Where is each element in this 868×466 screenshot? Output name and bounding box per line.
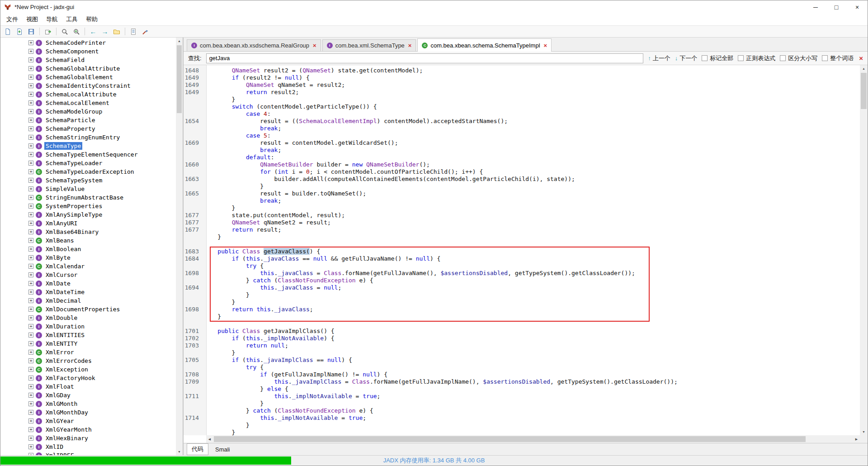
expand-icon[interactable]: + xyxy=(28,49,33,54)
checkbox-icon[interactable] xyxy=(702,55,708,61)
expand-icon[interactable]: + xyxy=(28,367,33,372)
code-line[interactable]: 1663 builder.addAll(computeAllContainedE… xyxy=(184,176,860,183)
tree-scrollbar[interactable]: ▲ ▼ xyxy=(176,38,183,455)
expand-icon[interactable]: + xyxy=(28,315,33,320)
expand-icon[interactable]: + xyxy=(28,384,33,389)
code-line[interactable]: try { xyxy=(184,364,860,371)
back-icon[interactable]: ← xyxy=(88,27,99,37)
tab-close-icon[interactable]: × xyxy=(408,42,412,49)
code-line[interactable]: 1701 public Class getJavaImplClass() { xyxy=(184,328,860,335)
code-line[interactable]: 1649 QNameSet qNameSet = result2; xyxy=(184,81,860,89)
expand-icon[interactable]: + xyxy=(28,195,33,200)
code-line[interactable]: 1669 result = contentModel.getWildcardSe… xyxy=(184,139,860,147)
code-line[interactable]: 1660 QNameSetBuilder builder = new QName… xyxy=(184,161,860,168)
code-line[interactable]: } else { xyxy=(184,385,860,393)
code-line[interactable]: } xyxy=(184,204,860,212)
code-line[interactable]: } xyxy=(184,422,860,429)
tree-item-SchemaParticle[interactable]: +ISchemaParticle xyxy=(0,116,176,124)
bottom-tab-0[interactable]: 代码 xyxy=(187,443,208,455)
expand-icon[interactable]: + xyxy=(28,100,33,105)
code-line[interactable]: 1677 state.put(contentModel, result); xyxy=(184,212,860,219)
tree-item-XmlFloat[interactable]: +IXmlFloat xyxy=(0,382,176,391)
tree-item-XmlByte[interactable]: +IXmlByte xyxy=(0,253,176,262)
code-line[interactable]: break; xyxy=(184,147,860,154)
tree-item-SystemProperties[interactable]: +CSystemProperties xyxy=(0,202,176,210)
expand-icon[interactable]: + xyxy=(28,169,33,174)
tree-item-XmlGYearMonth[interactable]: +IXmlGYearMonth xyxy=(0,425,176,434)
code-line[interactable]: case 5: xyxy=(184,132,860,139)
expand-icon[interactable]: + xyxy=(28,152,33,157)
expand-icon[interactable]: + xyxy=(28,135,33,140)
editor-tab-2[interactable]: Ccom.bea.xbean.schema.SchemaTypeImpl× xyxy=(417,38,552,52)
expand-icon[interactable]: + xyxy=(28,281,33,286)
tree-item-SchemaIdentityConstraint[interactable]: +ISchemaIdentityConstraint xyxy=(0,81,176,90)
code-line[interactable] xyxy=(184,320,860,328)
code-horizontal-scrollbar[interactable]: ◀ ▶ xyxy=(206,435,860,443)
code-line[interactable]: 1698 this._javaClass = Class.forName(get… xyxy=(184,270,860,277)
add-files-icon[interactable] xyxy=(14,27,25,37)
expand-icon[interactable]: + xyxy=(28,272,33,277)
code-line[interactable]: } catch (ClassNotFoundException e) { xyxy=(184,407,860,414)
expand-icon[interactable]: + xyxy=(28,238,33,243)
expand-icon[interactable]: + xyxy=(28,410,33,415)
tree-item-XmlBeans[interactable]: +CXmlBeans xyxy=(0,236,176,245)
tree-item-XmlCalendar[interactable]: +CXmlCalendar xyxy=(0,262,176,271)
tree-item-XmlException[interactable]: +CXmlException xyxy=(0,365,176,374)
scroll-left-icon[interactable]: ◀ xyxy=(206,435,213,443)
open-file-icon[interactable] xyxy=(2,27,13,37)
expand-icon[interactable]: + xyxy=(28,255,33,260)
expand-icon[interactable]: + xyxy=(28,40,33,45)
log-viewer-icon[interactable] xyxy=(128,27,139,37)
code-line[interactable]: case 4: xyxy=(184,110,860,118)
code-line[interactable]: 1705 if (this._javaImplClass == null) { xyxy=(184,357,860,364)
code-vertical-scrollbar[interactable]: ▲ ▼ xyxy=(860,65,868,435)
class-search-icon[interactable] xyxy=(71,27,82,37)
tree-item-XmlGMonth[interactable]: +IXmlGMonth xyxy=(0,399,176,408)
code-line[interactable]: } xyxy=(184,299,860,306)
tree-item-XmlDuration[interactable]: +IXmlDuration xyxy=(0,322,176,331)
tree-item-XmlDateTime[interactable]: +IXmlDateTime xyxy=(0,288,176,296)
tree-item-SchemaLocalElement[interactable]: +ISchemaLocalElement xyxy=(0,99,176,107)
scrollbar-thumb[interactable] xyxy=(177,45,182,113)
code-line[interactable]: } xyxy=(184,429,860,435)
code-line[interactable]: 1698 return this._javaClass; xyxy=(184,306,860,313)
scrollbar-thumb[interactable] xyxy=(214,436,806,442)
tree-item-XmlENTITY[interactable]: +IXmlENTITY xyxy=(0,339,176,348)
expand-icon[interactable]: + xyxy=(28,109,33,114)
tree-item-SchemaTypeElementSequencer[interactable]: +ISchemaTypeElementSequencer xyxy=(0,150,176,159)
tree-item-SchemaGlobalAttribute[interactable]: +ISchemaGlobalAttribute xyxy=(0,64,176,73)
expand-icon[interactable]: + xyxy=(28,143,33,148)
expand-icon[interactable]: + xyxy=(28,324,33,329)
bottom-tab-1[interactable]: Smali xyxy=(211,445,235,454)
code-line[interactable]: } catch (ClassNotFoundException e) { xyxy=(184,277,860,284)
code-line[interactable]: break; xyxy=(184,125,860,132)
expand-icon[interactable]: + xyxy=(28,436,33,441)
code-line[interactable]: 1711 this._implNotAvailable = true; xyxy=(184,393,860,400)
expand-icon[interactable]: + xyxy=(28,126,33,131)
menu-item-0[interactable]: 文件 xyxy=(2,14,22,25)
expand-icon[interactable]: + xyxy=(28,186,33,191)
expand-icon[interactable]: + xyxy=(28,393,33,398)
tab-close-icon[interactable]: × xyxy=(544,42,547,49)
text-search-icon[interactable] xyxy=(59,27,70,37)
tree-item-XmlAnyURI[interactable]: +IXmlAnyURI xyxy=(0,219,176,228)
code-editor[interactable]: 1648 QNameSet result2 = (QNameSet) state… xyxy=(184,65,860,435)
search-option-0[interactable]: 标记全部 xyxy=(702,54,733,62)
code-line[interactable]: } xyxy=(184,183,860,190)
code-line[interactable]: 1654 result = ((SchemaLocalElementImpl) … xyxy=(184,118,860,125)
code-line[interactable]: 1677 return result; xyxy=(184,226,860,233)
tree-item-XmlErrorCodes[interactable]: +CXmlErrorCodes xyxy=(0,357,176,365)
tree-item-SchemaModelGroup[interactable]: +ISchemaModelGroup xyxy=(0,107,176,116)
tree-item-SchemaGlobalElement[interactable]: +ISchemaGlobalElement xyxy=(0,73,176,81)
scrollbar-thumb[interactable] xyxy=(861,73,867,109)
code-line[interactable]: 1703 return null; xyxy=(184,342,860,349)
export-icon[interactable] xyxy=(42,27,53,37)
tree-item-XmlGMonthDay[interactable]: +IXmlGMonthDay xyxy=(0,408,176,417)
tree-item-XmlBoolean[interactable]: +IXmlBoolean xyxy=(0,245,176,253)
checkbox-icon[interactable] xyxy=(738,55,744,61)
code-line[interactable]: 1649 return result2; xyxy=(184,89,860,96)
code-line[interactable]: } xyxy=(184,233,860,241)
tree-item-XmlGDay[interactable]: +IXmlGDay xyxy=(0,391,176,399)
expand-icon[interactable]: + xyxy=(28,341,33,346)
code-line[interactable]: 1709 this._javaImplClass = Class.forName… xyxy=(184,378,860,385)
